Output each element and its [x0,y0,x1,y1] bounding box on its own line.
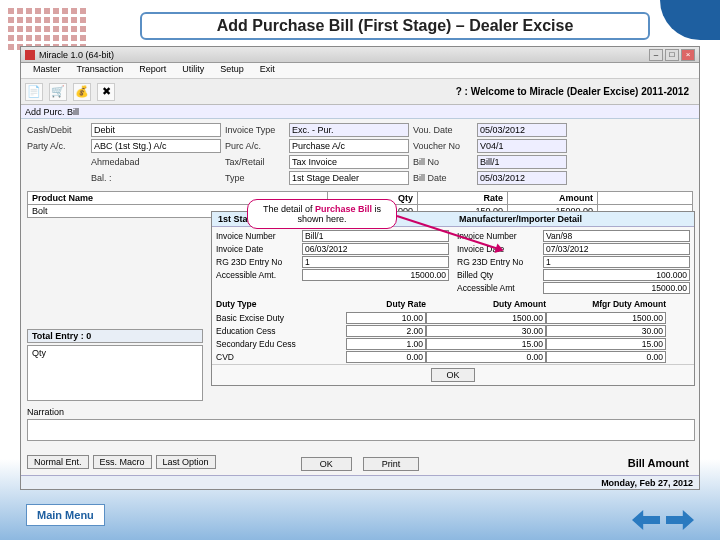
next-arrow-icon[interactable] [666,510,694,530]
balance-label: Bal. : [91,173,221,183]
ess-macro-button[interactable]: Ess. Macro [93,455,152,469]
toolbar: 📄 🛒 💰 ✖ ? : Welcome to Miracle (Dealer E… [21,79,699,105]
duty-r2-amt[interactable]: 30.00 [426,325,546,337]
tax-field[interactable]: Tax Invoice [289,155,409,169]
total-entry: Total Entry : 0 [27,329,203,343]
duty-r2-label: Education Cess [216,326,346,336]
menu-master[interactable]: Master [25,63,69,78]
duty-r1-label: Basic Excise Duty [216,313,346,323]
prev-arrow-icon[interactable] [632,510,660,530]
invoice-type-field[interactable]: Exc. - Pur. [289,123,409,137]
delete-icon[interactable]: ✖ [97,83,115,101]
close-button[interactable]: × [681,49,695,61]
vou-date-label: Vou. Date [413,125,473,135]
acc-2-field[interactable]: 15000.00 [543,282,690,294]
statusbar: Monday, Feb 27, 2012 [21,475,699,489]
duty-r1-rate[interactable]: 10.00 [346,312,426,324]
tax-label: Tax/Retail [225,157,285,167]
inv-dt-label: Invoice Date [216,244,302,254]
corner-decor [660,0,720,40]
duty-r3-mfgr[interactable]: 15.00 [546,338,666,350]
decor-dots [8,8,86,50]
minimize-button[interactable]: – [649,49,663,61]
duty-rate-head: Duty Rate [346,299,426,309]
duty-r4-amt[interactable]: 0.00 [426,351,546,363]
purc-label: Purc A/c. [225,141,285,151]
bill-no-label: Bill No [413,157,473,167]
invoice-type-label: Invoice Type [225,125,285,135]
bq-field[interactable]: 100.000 [543,269,690,281]
duty-r4-label: CVD [216,352,346,362]
titlebar: Miracle 1.0 (64-bit) – □ × [21,47,699,63]
callout: The detail of Purchase Bill is shown her… [247,199,397,229]
nav-arrows [632,510,694,530]
duty-r1-amt[interactable]: 1500.00 [426,312,546,324]
app-window: Miracle 1.0 (64-bit) – □ × Master Transa… [20,46,700,490]
narration-label: Narration [27,407,64,417]
menubar: Master Transaction Report Utility Setup … [21,63,699,79]
app-icon [25,50,35,60]
rg-2-field[interactable]: 1 [543,256,690,268]
party-field[interactable]: ABC (1st Stg.) A/c [91,139,221,153]
inv-no-1-field[interactable]: Bill/1 [302,230,449,242]
duty-r2-rate[interactable]: 2.00 [346,325,426,337]
bill-date-field[interactable]: 05/03/2012 [477,171,567,185]
voucher-no-label: Voucher No [413,141,473,151]
acc2-label: Accessible Amt [457,283,543,293]
menu-utility[interactable]: Utility [174,63,212,78]
party-city: Ahmedabad [91,157,221,167]
detail-ok-button[interactable]: OK [431,368,474,382]
inv-dt-2-field[interactable]: 07/03/2012 [543,243,690,255]
type-field[interactable]: 1st Stage Dealer [289,171,409,185]
cash-debit-label: Cash/Debit [27,125,87,135]
bill-amount-label: Bill Amount [628,457,689,469]
purc-field[interactable]: Purchase A/c [289,139,409,153]
last-option-button[interactable]: Last Option [156,455,216,469]
menu-exit[interactable]: Exit [252,63,283,78]
normal-ent-button[interactable]: Normal Ent. [27,455,89,469]
header-form: Cash/Debit Debit Invoice Type Exc. - Pur… [21,119,699,189]
vou-date-field[interactable]: 05/03/2012 [477,123,567,137]
narration-field[interactable] [27,419,695,441]
inv-no-2-field[interactable]: Van/98 [543,230,690,242]
rg-label: RG 23D Entry No [216,257,302,267]
duty-r4-rate[interactable]: 0.00 [346,351,426,363]
cash-debit-field[interactable]: Debit [91,123,221,137]
print-button[interactable]: Print [363,457,420,471]
rg-1-field[interactable]: 1 [302,256,449,268]
duty-amt-head: Duty Amount [426,299,546,309]
menu-report[interactable]: Report [131,63,174,78]
voucher-no-field[interactable]: V04/1 [477,139,567,153]
cart-icon[interactable]: 🛒 [49,83,67,101]
menu-setup[interactable]: Setup [212,63,252,78]
duty-r4-mfgr[interactable]: 0.00 [546,351,666,363]
party-label: Party A/c. [27,141,87,151]
inv-dt-1-field[interactable]: 06/03/2012 [302,243,449,255]
detail-title-2: Manufacturer/Importer Detail [453,212,694,227]
duty-r3-amt[interactable]: 15.00 [426,338,546,350]
acc-1-field[interactable]: 15000.00 [302,269,449,281]
qty-box: Qty [27,345,203,401]
footer-buttons: Normal Ent. Ess. Macro Last Option [27,455,216,469]
duty-mfgr-head: Mfgr Duty Amount [546,299,666,309]
maximize-button[interactable]: □ [665,49,679,61]
screen-name: Add Purc. Bill [21,105,699,119]
bq-label: Billed Qty [457,270,543,280]
new-icon[interactable]: 📄 [25,83,43,101]
main-menu-button[interactable]: Main Menu [26,504,105,526]
bill-date-label: Bill Date [413,173,473,183]
col-rate: Rate [418,192,508,204]
type-label: Type [225,173,285,183]
duty-type-head: Duty Type [216,299,346,309]
window-title: Miracle 1.0 (64-bit) [39,50,647,60]
col-amount: Amount [508,192,598,204]
bag-icon[interactable]: 💰 [73,83,91,101]
duty-r3-rate[interactable]: 1.00 [346,338,426,350]
ok-button[interactable]: OK [301,457,352,471]
bill-no-field[interactable]: Bill/1 [477,155,567,169]
inv-no-label: Invoice Number [216,231,302,241]
acc-label: Accessible Amt. [216,270,302,280]
duty-r1-mfgr[interactable]: 1500.00 [546,312,666,324]
duty-r2-mfgr[interactable]: 30.00 [546,325,666,337]
menu-transaction[interactable]: Transaction [69,63,132,78]
